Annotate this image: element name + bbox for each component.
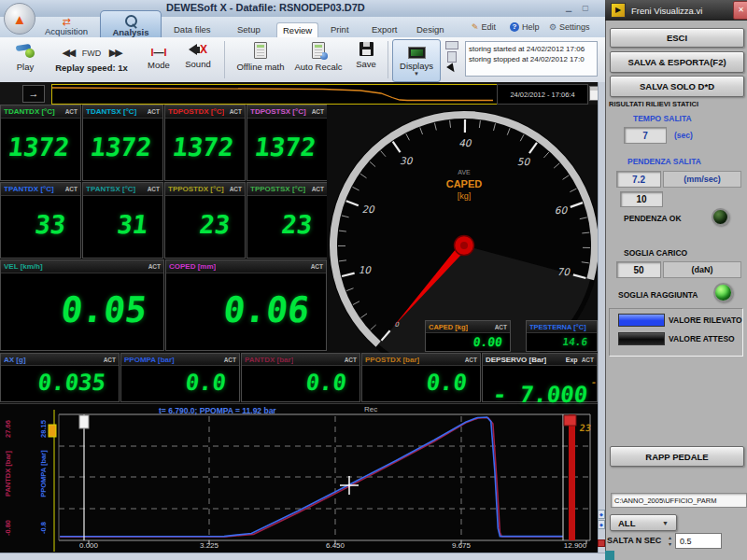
- salta-n-sec-field[interactable]: 0.5: [675, 533, 722, 549]
- toolbar-separator: [388, 41, 388, 78]
- tempo-salita-unit: (sec): [674, 131, 693, 140]
- act-badge: ACT: [582, 357, 594, 363]
- menu-review[interactable]: Review: [276, 22, 318, 37]
- cursor-readout: t= 6.790.0; PPOMPA = 11.92 bar: [159, 406, 276, 415]
- left-marker-handle[interactable]: [79, 415, 89, 428]
- auto-recalc-button[interactable]: Auto Recalc: [291, 42, 345, 72]
- menu-settings[interactable]: ⚙Settings: [549, 22, 590, 32]
- status-log: storing started at 24/02/2012 17:06 stor…: [465, 41, 598, 77]
- soglia-raggiunta-label: SOGLIA RAGGIUNTA: [618, 290, 698, 300]
- screen-icon[interactable]: [445, 41, 458, 49]
- tab-analysis[interactable]: Analysis: [100, 10, 162, 39]
- valore-rilevato-swatch: [618, 314, 665, 327]
- display-ppompa: PPOMPA [bar]ACT 0.0: [120, 353, 240, 402]
- restore-icon[interactable]: ▢: [579, 3, 592, 13]
- fwd-label: FWD: [82, 49, 102, 58]
- sound-button[interactable]: X Sound: [179, 42, 217, 69]
- toolbar-separator: [224, 41, 225, 78]
- offline-math-button[interactable]: Offline math: [233, 42, 288, 72]
- display-tdantdx: TDANTDX [°C]ACT 1372: [0, 105, 81, 181]
- magnifier-icon: [125, 15, 137, 27]
- pendenza-salita-field[interactable]: 7.2: [616, 171, 661, 188]
- channel-name: VEL [km/h]: [4, 262, 43, 271]
- sound-label: Sound: [179, 59, 217, 69]
- tab-acquisition[interactable]: ⇄ Acquisition: [35, 11, 97, 38]
- rec-label: Rec: [364, 405, 377, 413]
- rewind-icon[interactable]: ◀◀: [62, 47, 74, 58]
- menu-print[interactable]: Print: [325, 22, 355, 36]
- vi-icon: ▶: [611, 3, 626, 18]
- display-pantdx: PANTDX [bar]ACT 0.0: [241, 353, 360, 402]
- menu-data-files[interactable]: Data files: [168, 22, 217, 36]
- act-badge: ACT: [345, 357, 357, 363]
- forward-icon[interactable]: ▶▶: [109, 47, 121, 58]
- menu-design[interactable]: Design: [411, 22, 450, 36]
- path-field[interactable]: C:\ANNO_2005\UFFICIO_PARM: [611, 493, 747, 508]
- mode-icon: I—I: [150, 47, 166, 58]
- menu-setup[interactable]: Setup: [232, 22, 266, 36]
- display-tpantsx: TPANTSX [°C]ACT 31: [82, 182, 163, 259]
- display-ppostdx: PPOSTDX [bar]ACT 0.0: [361, 353, 481, 402]
- freni-title: Freni Visualizza.vi: [631, 6, 702, 16]
- soglia-carico-field[interactable]: 50: [616, 261, 661, 278]
- act-badge: ACT: [465, 357, 477, 363]
- display-type-icons: [445, 41, 458, 73]
- salva-esporta-button[interactable]: SALVA & ESPORTA(F2): [610, 51, 744, 73]
- channel-name: TPESTERNA [°C]: [529, 323, 586, 331]
- save-button[interactable]: Save: [347, 42, 385, 69]
- menu-export[interactable]: Export: [366, 22, 402, 36]
- display-depservo: DEPSERVO [Bar] ExpACT - 7.000-23: [482, 353, 598, 402]
- mode-button[interactable]: I—I Mode: [142, 43, 176, 70]
- soglia-carico-unit: (daN): [663, 261, 741, 278]
- all-dropdown[interactable]: ALL ▼: [610, 514, 677, 531]
- minimize-icon[interactable]: ▁: [562, 3, 575, 13]
- speaker-muted-icon: X: [189, 43, 207, 56]
- display-tpantdx: TPANTDX [°C]ACT 33: [0, 182, 81, 259]
- ppompa-axis-min: -0.8: [39, 496, 48, 560]
- status-line-2: storing stopped at 24/02/2012 17:0: [469, 54, 594, 64]
- display-value: 33: [0, 196, 84, 254]
- cursor-icon: [446, 63, 458, 75]
- channel-name: AX [g]: [4, 356, 26, 364]
- salva-solo-button[interactable]: SALVA SOLO D*D: [610, 76, 744, 97]
- calculator-icon: [254, 42, 267, 59]
- act-badge: ACT: [148, 108, 160, 115]
- timeline-trace: [52, 85, 495, 102]
- menu-edit[interactable]: ✎Edit: [472, 22, 496, 32]
- scroll-up-button[interactable]: ◆: [598, 510, 605, 519]
- offline-math-label: Offline math: [236, 62, 284, 72]
- rapp-pedale-button[interactable]: RAPP PEDALE: [610, 446, 744, 467]
- tab-analysis-label: Analysis: [112, 27, 148, 37]
- tempo-salita-field[interactable]: 7: [624, 127, 667, 144]
- scroll-stop-button[interactable]: [598, 539, 605, 547]
- timeline-arrow-button[interactable]: →: [22, 85, 45, 103]
- yellow-cursor-flag[interactable]: [49, 425, 56, 437]
- play-icon: [16, 43, 35, 58]
- act-badge: ACT: [230, 186, 242, 192]
- scroll-down-button[interactable]: ◆: [598, 520, 605, 529]
- channel-name: PPOSTDX [bar]: [365, 356, 419, 364]
- play-button[interactable]: Play: [9, 43, 41, 72]
- menu-help[interactable]: ?Help: [510, 22, 540, 32]
- esci-button[interactable]: ESCI: [610, 28, 744, 48]
- display-ax: AX [g]ACT 0.035: [0, 353, 120, 402]
- replay-speed-label: Replay speed: 1x: [49, 63, 134, 73]
- salta-spinner[interactable]: ▴▾: [666, 533, 674, 549]
- device-icon[interactable]: [447, 51, 457, 63]
- freni-titlebar: ▶ Freni Visualizza.vi: [605, 0, 747, 21]
- svg-text:70: 70: [557, 266, 571, 277]
- channel-name: CAPED [kg]: [429, 323, 468, 331]
- displays-button[interactable]: Displays ▼: [392, 39, 441, 82]
- act-badge: ACT: [312, 108, 324, 115]
- valore-rilevato-label: VALORE RILEVATO: [669, 315, 742, 325]
- salta-n-sec-label: SALTA N SEC: [607, 536, 661, 545]
- help-icon: ?: [510, 22, 519, 32]
- channel-name: TPANTDX [°C]: [4, 185, 54, 193]
- pendenza-threshold-field[interactable]: 10: [620, 191, 663, 207]
- dropdown-arrow-icon: ▼: [662, 520, 669, 526]
- svg-text:30: 30: [400, 155, 414, 166]
- display-tdantsx: TDANTSX [°C]ACT 1372: [82, 105, 163, 181]
- close-icon[interactable]: ✕: [733, 1, 747, 20]
- valore-atteso-label: VALORE ATTESO: [669, 334, 735, 343]
- timeline-overview[interactable]: [51, 84, 498, 105]
